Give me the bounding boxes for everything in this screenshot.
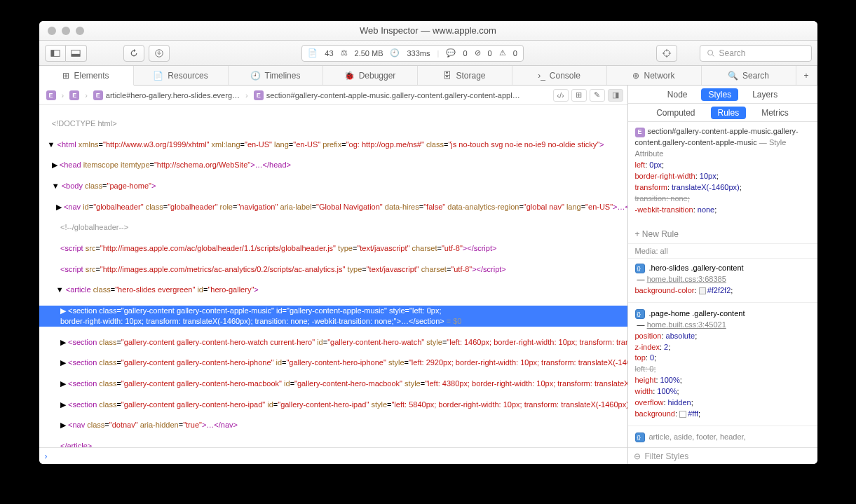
- global-search[interactable]: Search: [700, 45, 812, 62]
- warning-count: 0: [513, 49, 517, 57]
- breadcrumb-item[interactable]: Earticle#hero-gallery.hero-slides.everg…: [90, 89, 243, 102]
- search-icon: [706, 48, 716, 58]
- traffic-lights: [48, 27, 84, 35]
- rule-icon: [635, 264, 645, 273]
- search-tab-icon: 🔍: [728, 71, 738, 81]
- error-count: 0: [488, 49, 492, 57]
- reload-icon: [129, 48, 139, 58]
- tab-search[interactable]: 🔍Search: [702, 66, 796, 85]
- zoom-window-button[interactable]: [76, 27, 84, 35]
- console-icon: ›_: [538, 71, 545, 81]
- main-tabs: ⊞Elements 📄Resources 🕘Timelines 🐞Debugge…: [39, 66, 817, 86]
- rule-icon: [635, 309, 645, 319]
- inspector-window: Web Inspector — www.apple.com 📄43 ⚖2.50 …: [39, 21, 817, 464]
- dom-breadcrumb: E › E › Earticle#hero-gallery.hero-slide…: [39, 86, 627, 105]
- new-rule-button[interactable]: + New Rule: [628, 225, 817, 244]
- dom-tree[interactable]: <!DOCTYPE html> ▼ <html xmlns="http://ww…: [39, 105, 627, 447]
- transfer-size: 2.50 MB: [355, 49, 383, 57]
- dock-bottom-icon: [71, 48, 81, 58]
- selected-dom-node[interactable]: ▶ <section class="gallery-content galler…: [39, 306, 627, 327]
- styles-sidebar: Node Styles Layers Computed Rules Metric…: [628, 86, 817, 464]
- close-window-button[interactable]: [48, 27, 56, 35]
- resources-icon: 📄: [153, 71, 163, 81]
- css-rule[interactable]: .hero-slides .gallery-content — home.bui…: [635, 263, 810, 285]
- titlebar: Web Inspector — www.apple.com: [39, 21, 817, 41]
- dock-bottom-button[interactable]: [66, 45, 87, 62]
- source-link[interactable]: home.built.css:3:68385: [647, 275, 726, 283]
- tab-timelines[interactable]: 🕘Timelines: [229, 66, 323, 85]
- clock-icon: 🕘: [390, 48, 400, 57]
- css-rule[interactable]: article, aside, footer, header,: [635, 432, 810, 443]
- window-title: Web Inspector — www.apple.com: [39, 25, 817, 36]
- sidebar-tab-node[interactable]: Node: [660, 88, 695, 101]
- sidebar-toggle-button[interactable]: ◨: [608, 89, 623, 102]
- rule-icon: [635, 433, 645, 442]
- toolbar: 📄43 ⚖2.50 MB 🕘333ms | 💬0 ⊘0 ⚠0 Search: [39, 41, 817, 66]
- download-icon: [154, 48, 164, 58]
- subtab-metrics[interactable]: Metrics: [754, 107, 796, 119]
- download-button[interactable]: [149, 45, 170, 62]
- log-count: 0: [463, 49, 467, 57]
- filter-styles-input[interactable]: ⊖ Filter Styles: [628, 447, 817, 464]
- logs-icon: 💬: [446, 48, 456, 57]
- svg-rect-3: [72, 53, 80, 56]
- debugger-icon: 🐞: [344, 71, 355, 81]
- file-count: 43: [325, 49, 333, 57]
- css-rule[interactable]: .page-home .gallery-content — home.built…: [635, 308, 810, 331]
- tab-storage[interactable]: 🗄Storage: [418, 66, 512, 85]
- dock-left-icon: [50, 48, 60, 58]
- subtab-rules[interactable]: Rules: [711, 107, 747, 119]
- selector-title: Esection#gallery-content-apple-music.gal…: [635, 126, 810, 160]
- tab-network[interactable]: ⊕Network: [607, 66, 702, 85]
- elements-icon: ⊞: [62, 71, 69, 81]
- crosshair-icon: [662, 48, 672, 58]
- weight-icon: ⚖: [341, 48, 348, 57]
- tab-resources[interactable]: 📄Resources: [134, 66, 229, 85]
- svg-point-6: [707, 50, 712, 55]
- reload-button[interactable]: [123, 45, 144, 62]
- doc-icon: 📄: [308, 48, 318, 57]
- minimize-window-button[interactable]: [62, 27, 70, 35]
- tab-debugger[interactable]: 🐞Debugger: [323, 66, 418, 85]
- path-mode-button[interactable]: ‹/›: [553, 89, 569, 102]
- edit-mode-button[interactable]: ✎: [590, 89, 605, 102]
- svg-rect-1: [50, 50, 53, 56]
- inline-style-rules[interactable]: left: 0px;border-right-width: 10px;trans…: [635, 160, 810, 216]
- sidebar-tab-layers[interactable]: Layers: [745, 88, 784, 101]
- status-pill: 📄43 ⚖2.50 MB 🕘333ms | 💬0 ⊘0 ⚠0: [301, 45, 523, 62]
- network-icon: ⊕: [632, 71, 639, 81]
- tab-elements[interactable]: ⊞Elements: [39, 66, 134, 86]
- media-label: Media: all: [628, 244, 817, 259]
- breadcrumb-item[interactable]: E: [43, 89, 59, 102]
- breadcrumb-item[interactable]: Esection#gallery-content-apple-music.gal…: [251, 89, 523, 102]
- load-time: 333ms: [407, 49, 430, 57]
- sidebar-tab-styles[interactable]: Styles: [701, 88, 738, 101]
- timelines-icon: 🕘: [250, 71, 261, 81]
- breadcrumb-item[interactable]: E: [67, 89, 82, 102]
- tab-new[interactable]: +: [796, 66, 817, 85]
- storage-icon: 🗄: [443, 71, 451, 81]
- tab-console[interactable]: ›_Console: [512, 66, 607, 85]
- filter-icon: ⊖: [634, 451, 641, 461]
- errors-icon: ⊘: [475, 48, 481, 57]
- inspect-element-button[interactable]: [656, 45, 677, 62]
- doctype: <!DOCTYPE html>: [52, 119, 117, 128]
- search-placeholder: Search: [719, 48, 746, 58]
- warnings-icon: ⚠: [499, 48, 506, 57]
- subtab-computed[interactable]: Computed: [649, 107, 702, 119]
- grid-mode-button[interactable]: ⊞: [571, 89, 587, 102]
- console-prompt[interactable]: ›: [39, 447, 627, 464]
- source-link[interactable]: home.built.css:3:45021: [647, 320, 726, 329]
- dock-left-button[interactable]: [45, 45, 66, 62]
